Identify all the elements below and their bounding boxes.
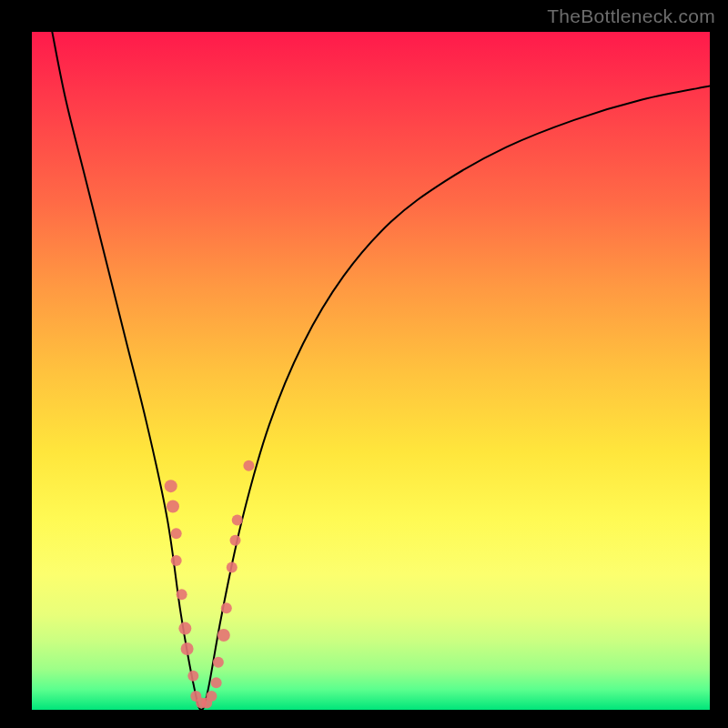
plot-area [32,32,710,710]
scatter-dot [171,555,182,566]
curve-layer [32,32,710,710]
scatter-dot [167,500,179,513]
scatter-dot [171,528,182,539]
scatter-dot [217,629,230,642]
scatter-dot [187,671,198,682]
scatter-dot [178,622,191,635]
scatter-dot [230,535,241,546]
bottleneck-curve [52,32,710,710]
scatter-dot [165,480,177,492]
scatter-dot [206,691,217,702]
scatter-dot [243,460,254,471]
scatter-dot [227,562,238,573]
scatter-dot [213,657,224,668]
scatter-dot [181,642,194,655]
scatter-dots [165,460,255,709]
scatter-dot [221,602,232,613]
scatter-dot [211,677,222,688]
scatter-dot [177,589,187,600]
scatter-dot [232,514,243,525]
chart-stage: TheBottleneck.com [0,0,728,728]
watermark-text: TheBottleneck.com [547,5,715,27]
